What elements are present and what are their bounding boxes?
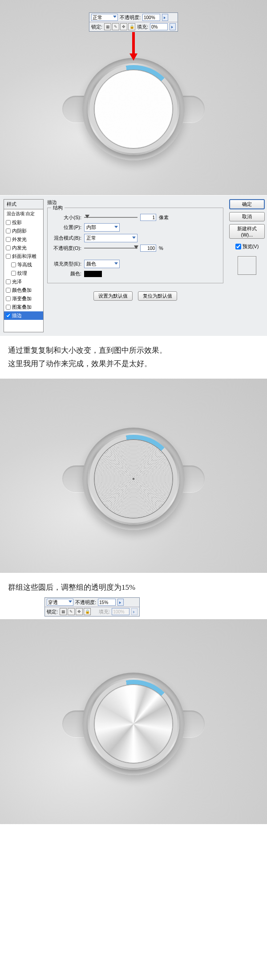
knob-tick xyxy=(89,65,178,153)
opacity-unit: % xyxy=(159,245,163,251)
opacity-field[interactable] xyxy=(140,245,156,252)
size-field[interactable] xyxy=(140,214,156,221)
preview-checkbox-input[interactable] xyxy=(235,244,241,249)
lock-paint-icon[interactable]: ✎ xyxy=(112,23,119,30)
lock-all-icon[interactable]: 🔒 xyxy=(84,608,91,615)
lock-all-icon[interactable]: 🔒 xyxy=(128,23,135,30)
layers-panel-1: 正常 不透明度: 100% 锁定: ▦ ✎ ✥ 🔒 填充: 0% xyxy=(89,12,178,32)
knob-arc xyxy=(89,435,178,523)
style-item-投影[interactable]: 投影 xyxy=(4,218,43,227)
style-item-描边[interactable]: 描边 xyxy=(4,311,43,320)
reset-default-button[interactable]: 复位为默认值 xyxy=(138,291,177,301)
style-checkbox[interactable] xyxy=(6,245,11,250)
set-default-button[interactable]: 设置为默认值 xyxy=(93,291,133,301)
knob-recess xyxy=(82,58,185,160)
caption-2-text: 群组这些圆后，调整组的透明度为15% xyxy=(8,583,135,592)
new-style-button[interactable]: 新建样式(W)... xyxy=(229,224,265,239)
knob-2 xyxy=(82,428,185,530)
style-checkbox[interactable] xyxy=(6,229,11,233)
layers-panel-2: 穿透 不透明度: 15% 锁定: ▦ ✎ ✥ 🔒 填充: 100% xyxy=(44,597,140,617)
lock-transparency-icon[interactable]: ▦ xyxy=(104,23,111,30)
style-label: 内发光 xyxy=(12,245,27,251)
dialog-right: 确定 取消 新建样式(W)... 预览(V) xyxy=(227,196,267,336)
figure-2 xyxy=(0,379,267,573)
style-checkbox[interactable] xyxy=(6,296,11,301)
style-item-纹理[interactable]: 纹理 xyxy=(4,269,43,278)
blend-mode-select[interactable]: 正常 xyxy=(91,14,118,21)
caption-2: 群组这些圆后，调整组的透明度为15% xyxy=(0,573,267,598)
style-checkbox[interactable] xyxy=(11,262,16,267)
style-checkbox[interactable] xyxy=(6,288,11,293)
style-label: 光泽 xyxy=(12,278,22,285)
caption-1-line-2: 这里我用了动作来完成，效果并不是太好。 xyxy=(8,357,259,371)
style-label: 图案叠加 xyxy=(12,304,32,310)
preview-checkbox[interactable]: 预览(V) xyxy=(235,243,259,250)
knob-ring xyxy=(88,63,179,155)
opacity-field[interactable]: 100% xyxy=(142,14,160,21)
lock-paint-icon[interactable]: ✎ xyxy=(68,608,75,615)
style-item-斜面和浮雕[interactable]: 斜面和浮雕 xyxy=(4,252,43,261)
knob-recess xyxy=(82,673,185,775)
dialog-main: 描边 结构 大小(S): 像素 位置(P): 内部 混合模式(B): 正常 不透… xyxy=(44,196,227,336)
ok-button[interactable]: 确定 xyxy=(229,199,265,209)
color-swatch[interactable] xyxy=(84,271,102,277)
style-item-等高线[interactable]: 等高线 xyxy=(4,261,43,269)
figure-1: 正常 不透明度: 100% 锁定: ▦ ✎ ✥ 🔒 填充: 0% xyxy=(0,0,267,195)
size-unit: 像素 xyxy=(159,214,169,221)
opacity-flyout-icon[interactable] xyxy=(117,599,124,606)
opacity-label: 不透明度(O): xyxy=(51,245,81,252)
fill-flyout-icon[interactable] xyxy=(170,23,176,30)
layer-style-dialog: 样式 混合选项:自定 投影内阴影外发光内发光斜面和浮雕等高线纹理光泽颜色叠加渐变… xyxy=(0,195,267,336)
style-checkbox[interactable] xyxy=(6,220,11,225)
lock-position-icon[interactable]: ✥ xyxy=(120,23,127,30)
blend-mode-select[interactable]: 穿透 xyxy=(47,599,73,606)
structure-title: 结构 xyxy=(51,204,65,211)
opacity-slider[interactable] xyxy=(84,245,138,251)
lock-position-icon[interactable]: ✥ xyxy=(76,608,83,615)
knob-arc xyxy=(89,65,178,153)
knob-1 xyxy=(82,58,185,160)
preview-swatch xyxy=(238,256,256,275)
blend-options-item[interactable]: 混合选项:自定 xyxy=(4,209,43,218)
lock-label: 锁定: xyxy=(91,24,102,30)
style-checkbox[interactable] xyxy=(6,237,11,242)
style-item-光泽[interactable]: 光泽 xyxy=(4,278,43,286)
knob-recess xyxy=(82,428,185,530)
style-item-内发光[interactable]: 内发光 xyxy=(4,244,43,252)
fill-field: 100% xyxy=(112,608,129,615)
filltype-select[interactable]: 颜色 xyxy=(84,260,120,268)
position-select[interactable]: 内部 xyxy=(84,223,120,232)
fill-label: 填充: xyxy=(99,608,110,615)
blend-mode-select[interactable]: 正常 xyxy=(84,234,138,242)
style-label: 等高线 xyxy=(17,261,32,268)
knob-face-brushed xyxy=(94,684,173,764)
style-checkbox[interactable] xyxy=(6,254,11,259)
knob-tick xyxy=(89,680,178,768)
blend-mode-label: 混合模式(B): xyxy=(51,235,81,241)
style-item-外发光[interactable]: 外发光 xyxy=(4,235,43,244)
style-item-颜色叠加[interactable]: 颜色叠加 xyxy=(4,286,43,294)
knob-tick xyxy=(89,435,178,523)
fill-field[interactable]: 0% xyxy=(150,23,168,30)
style-checkbox[interactable] xyxy=(6,279,11,284)
style-label: 渐变叠加 xyxy=(12,295,32,302)
knob-ring xyxy=(88,678,179,770)
opacity-field[interactable]: 15% xyxy=(98,599,116,606)
svg-marker-1 xyxy=(129,53,138,61)
lock-transparency-icon[interactable]: ▦ xyxy=(60,608,67,615)
style-checkbox[interactable] xyxy=(6,305,11,310)
opacity-flyout-icon[interactable] xyxy=(162,14,168,21)
style-item-渐变叠加[interactable]: 渐变叠加 xyxy=(4,294,43,303)
style-checkbox[interactable] xyxy=(6,313,11,318)
size-label: 大小(S): xyxy=(51,214,81,221)
structure-group: 结构 大小(S): 像素 位置(P): 内部 混合模式(B): 正常 不透明度(… xyxy=(47,208,223,283)
style-checkbox[interactable] xyxy=(11,271,16,276)
knob-face-rings xyxy=(94,439,173,519)
style-item-图案叠加[interactable]: 图案叠加 xyxy=(4,303,43,311)
style-item-内阴影[interactable]: 内阴影 xyxy=(4,227,43,235)
lock-icons: ▦ ✎ ✥ 🔒 xyxy=(104,23,135,30)
size-slider[interactable] xyxy=(84,214,138,220)
cancel-button[interactable]: 取消 xyxy=(229,212,265,221)
styles-header: 样式 xyxy=(4,200,43,209)
styles-list: 样式 混合选项:自定 投影内阴影外发光内发光斜面和浮雕等高线纹理光泽颜色叠加渐变… xyxy=(4,199,44,332)
